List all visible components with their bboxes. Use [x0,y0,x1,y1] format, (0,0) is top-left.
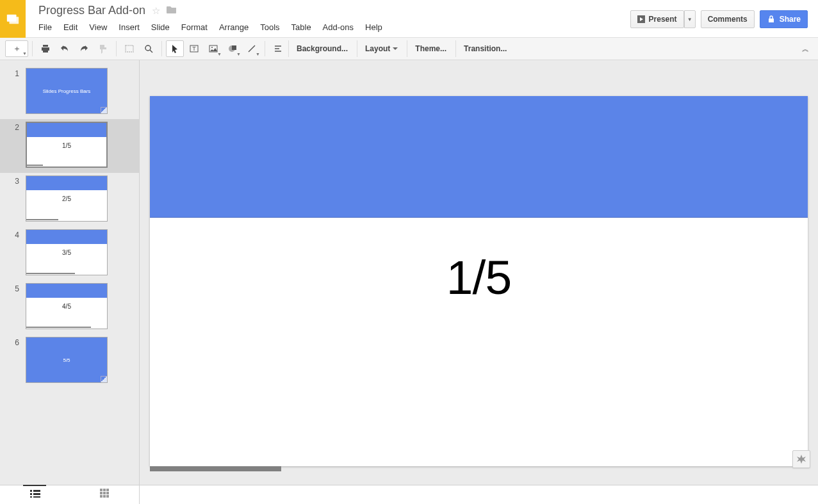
svg-rect-22 [33,496,40,498]
transition-button[interactable]: Transition... [455,40,514,57]
menu-arrange[interactable]: Arrange [219,22,249,32]
comments-label: Comments [708,15,748,24]
bottom-bar [0,485,818,504]
share-button[interactable]: Share [760,10,808,28]
thumbnail-body-text: 4/5 [26,303,107,310]
svg-rect-23 [100,489,102,491]
line-tool[interactable]: ▼ [243,40,261,57]
header-main: Progress Bar Add-on ☆ File Edit View Ins… [26,0,630,32]
menu-addons[interactable]: Add-ons [323,22,354,32]
menu-file[interactable]: File [38,22,52,32]
svg-rect-30 [103,495,106,498]
svg-rect-17 [30,490,32,492]
thumbnail-preview[interactable]: 1/5 [26,122,108,168]
thumbnail-preview[interactable]: 5/5 [26,337,108,383]
svg-rect-24 [103,489,106,491]
grid-view-button[interactable] [100,489,109,501]
zoom-button[interactable] [140,40,158,57]
shape-tool[interactable]: ▼ [224,40,241,57]
svg-rect-12 [232,45,236,50]
thumbnail-progress-bar [26,327,91,328]
menu-view[interactable]: View [89,22,107,32]
svg-rect-1 [10,17,19,24]
theme-button[interactable]: Theme... [407,40,454,57]
present-dropdown[interactable]: ▼ [684,10,696,28]
separator [161,41,162,56]
layout-button[interactable]: Layout [357,40,405,57]
thumbnail-preview[interactable]: Slides Progress Bars [26,68,108,114]
undo-button[interactable] [56,40,74,57]
toolbar: ＋▼ T ▼ ▼ ▼ Background... Layout Theme...… [0,38,818,60]
folder-icon[interactable] [167,5,177,16]
image-tool[interactable]: ▼ [204,40,222,57]
menu-edit[interactable]: Edit [63,22,78,32]
thumbnail-preview[interactable]: 2/5 [26,175,108,222]
slide-thumbnail[interactable]: 21/5 [0,119,139,173]
svg-rect-18 [33,490,40,492]
align-button[interactable] [269,40,287,57]
slide-canvas[interactable]: 1/5 [150,96,808,466]
dog-ear-icon [101,107,107,113]
menu-help[interactable]: Help [365,22,382,32]
slide-thumbnail[interactable]: 54/5 [0,280,139,334]
slide-thumbnail[interactable]: 1Slides Progress Bars [0,65,139,119]
explore-button[interactable] [792,450,810,468]
svg-line-13 [249,45,255,52]
slide-header-shape[interactable] [150,96,808,218]
new-slide-button[interactable]: ＋▼ [5,40,28,57]
star-icon[interactable]: ☆ [152,5,160,17]
workspace: 1Slides Progress Bars21/532/543/554/565/… [0,60,818,485]
separator [32,41,33,56]
menu-format[interactable]: Format [181,22,208,32]
thumbnail-header-shape [26,284,107,298]
menu-tools[interactable]: Tools [260,22,279,32]
slide-body-text[interactable]: 1/5 [150,250,808,305]
comments-button[interactable]: Comments [701,10,755,28]
background-button[interactable]: Background... [288,40,356,57]
slides-logo[interactable] [0,0,26,38]
slide-thumbnail[interactable]: 43/5 [0,227,139,280]
slide-number: 5 [6,283,26,293]
print-button[interactable] [37,40,54,57]
svg-point-5 [145,45,151,51]
slide-thumbnail[interactable]: 32/5 [0,173,139,227]
document-title[interactable]: Progress Bar Add-on [38,4,145,17]
thumbnail-preview[interactable]: 3/5 [26,229,108,275]
select-tool[interactable] [166,40,184,57]
paint-format-button[interactable] [94,40,112,57]
collapse-toolbar-icon[interactable]: ︽ [802,44,813,54]
slide-thumbnail[interactable]: 65/5 [0,334,139,388]
filmstrip[interactable]: 1Slides Progress Bars21/532/543/554/565/… [0,60,140,485]
thumbnail-body-text: 3/5 [26,249,107,256]
title-row: Progress Bar Add-on ☆ [38,4,630,17]
menu-insert[interactable]: Insert [119,22,140,32]
dog-ear-icon [101,376,107,382]
svg-point-10 [211,47,213,48]
zoom-fit-button[interactable] [120,40,138,57]
svg-text:T: T [192,45,196,52]
lock-icon [767,15,776,24]
thumbnail-progress-bar [26,273,75,274]
svg-rect-28 [106,492,109,494]
svg-rect-19 [30,493,32,495]
filmstrip-view-button[interactable] [30,489,40,501]
textbox-tool[interactable]: T [185,40,203,57]
slides-logo-icon [6,12,20,26]
slide-number: 4 [6,229,26,240]
present-button[interactable]: Present [630,10,684,28]
slide-number: 1 [6,68,26,78]
play-icon [637,15,645,23]
slide-progress-bar[interactable] [150,466,281,471]
svg-rect-25 [106,489,109,491]
view-mode-switcher [0,485,140,504]
svg-rect-20 [33,493,40,495]
redo-button[interactable] [75,40,93,57]
menu-table[interactable]: Table [291,22,311,32]
svg-rect-4 [126,45,133,52]
canvas-area[interactable]: 1/5 [140,60,818,485]
svg-rect-26 [100,492,102,494]
thumbnail-preview[interactable]: 4/5 [26,283,108,329]
thumbnail-progress-bar [27,165,43,166]
menu-slide[interactable]: Slide [151,22,170,32]
active-indicator [23,485,46,486]
